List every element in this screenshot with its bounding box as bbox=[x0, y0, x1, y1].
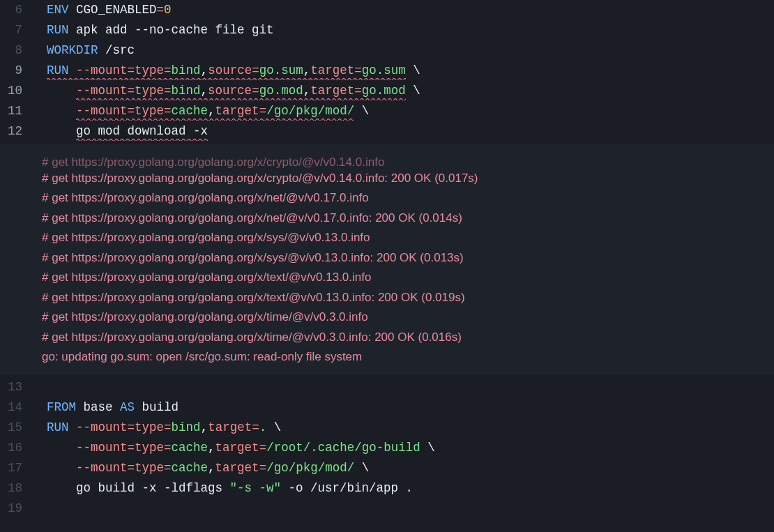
line-number: 7 bbox=[0, 20, 32, 40]
equals-op: = bbox=[157, 3, 165, 17]
output-line: # get https://proxy.golang.org/golang.or… bbox=[0, 208, 774, 229]
opt-key: target bbox=[215, 461, 259, 475]
opt-val: go.mod bbox=[362, 84, 406, 98]
opt-val: cache bbox=[172, 441, 208, 455]
code-line[interactable]: 6 ENV CGO_ENABLED=0 bbox=[0, 0, 774, 20]
opt-val: bind bbox=[172, 84, 201, 98]
code-line[interactable]: 14 FROM base AS build bbox=[0, 397, 774, 418]
line-number: 8 bbox=[0, 40, 32, 61]
opt-val: bind bbox=[172, 420, 201, 434]
keyword-as: AS bbox=[120, 400, 135, 414]
keyword-env: ENV bbox=[47, 3, 69, 17]
line-continuation: \ bbox=[362, 104, 370, 118]
opt-key: source bbox=[208, 63, 252, 77]
line-number: 9 bbox=[0, 61, 32, 81]
opt-key: target bbox=[215, 441, 259, 455]
flag: --mount bbox=[76, 461, 128, 475]
output-line: # get https://proxy.golang.org/golang.or… bbox=[0, 248, 774, 268]
opt-val: bind bbox=[172, 63, 201, 77]
equals-op: = bbox=[252, 63, 259, 77]
opt-key: source bbox=[208, 84, 252, 98]
code-line[interactable]: 12 go mod download -x bbox=[0, 121, 774, 142]
code-line[interactable]: 19 bbox=[0, 499, 774, 519]
literal: 0 bbox=[164, 3, 172, 17]
opt-val: go.sum bbox=[259, 63, 303, 77]
line-continuation: \ bbox=[427, 441, 435, 455]
code-line[interactable]: 13 bbox=[0, 377, 774, 397]
equals-op: = bbox=[164, 461, 172, 475]
code-editor[interactable]: 6 ENV CGO_ENABLED=0 7 RUN apk add --no-c… bbox=[0, 0, 774, 532]
error-underline: go mod download -x bbox=[76, 121, 208, 142]
equals-op: = bbox=[164, 84, 172, 98]
line-number: 16 bbox=[0, 438, 32, 458]
equals-op: = bbox=[164, 420, 172, 434]
line-number: 13 bbox=[0, 377, 32, 397]
shell-cmd: go build -x -ldflags bbox=[76, 481, 230, 495]
output-line: # get https://proxy.golang.org/golang.or… bbox=[0, 228, 774, 248]
keyword-from: FROM bbox=[47, 400, 76, 414]
opt-val: . bbox=[259, 420, 267, 434]
opt-key: target bbox=[310, 63, 354, 77]
opt-val: cache bbox=[172, 104, 208, 118]
output-line: go: updating go.sum: open /src/go.sum: r… bbox=[0, 347, 774, 367]
equals-op: = bbox=[128, 84, 135, 98]
equals-op: = bbox=[259, 461, 267, 475]
equals-op: = bbox=[354, 63, 362, 77]
flag: --mount bbox=[76, 84, 128, 98]
code-line[interactable]: 9 RUN --mount=type=bind,source=go.sum,ta… bbox=[0, 61, 774, 81]
keyword-run: RUN bbox=[47, 420, 69, 434]
line-number: 11 bbox=[0, 101, 32, 121]
output-line: # get https://proxy.golang.org/golang.or… bbox=[0, 288, 774, 308]
code-line[interactable]: 15 RUN --mount=type=bind,target=. \ bbox=[0, 418, 774, 438]
opt-val: go.mod bbox=[259, 84, 303, 98]
equals-op: = bbox=[164, 441, 172, 455]
flag: --mount bbox=[76, 104, 128, 118]
code-line[interactable]: 11 --mount=type=cache,target=/go/pkg/mod… bbox=[0, 101, 774, 121]
shell-cmd: apk add --no-cache file git bbox=[76, 23, 274, 37]
opt-key: target bbox=[215, 104, 259, 118]
opt-val: /root/.cache/go-build bbox=[266, 441, 420, 455]
flag: --mount bbox=[76, 63, 128, 77]
line-number: 6 bbox=[0, 0, 32, 20]
equals-op: = bbox=[354, 84, 362, 98]
keyword-run: RUN bbox=[47, 63, 69, 77]
code-line[interactable]: 17 --mount=type=cache,target=/go/pkg/mod… bbox=[0, 458, 774, 478]
code-line[interactable]: 8 WORKDIR /src bbox=[0, 40, 774, 61]
line-continuation: \ bbox=[362, 461, 370, 475]
opt-val: /go/pkg/mod/ bbox=[266, 104, 354, 118]
line-number: 14 bbox=[0, 397, 32, 418]
line-number: 12 bbox=[0, 121, 32, 142]
output-line: # get https://proxy.golang.org/golang.or… bbox=[0, 328, 774, 348]
opt-val: go.sum bbox=[362, 63, 406, 77]
equals-op: = bbox=[128, 104, 135, 118]
output-line: # get https://proxy.golang.org/golang.or… bbox=[0, 268, 774, 288]
code-line[interactable]: 7 RUN apk add --no-cache file git bbox=[0, 20, 774, 40]
inline-output-panel[interactable]: # get https://proxy.golang.org/golang.or… bbox=[0, 144, 774, 374]
opt-key: type bbox=[135, 441, 164, 455]
opt-key: type bbox=[135, 461, 164, 475]
line-number: 10 bbox=[0, 81, 32, 101]
shell-cmd: -o /usr/bin/app . bbox=[281, 481, 413, 495]
line-number: 19 bbox=[0, 499, 32, 519]
opt-key: target bbox=[310, 84, 354, 98]
code-line[interactable]: 16 --mount=type=cache,target=/root/.cach… bbox=[0, 438, 774, 458]
equals-op: = bbox=[164, 104, 172, 118]
flag: --mount bbox=[76, 441, 128, 455]
output-line: # get https://proxy.golang.org/golang.or… bbox=[0, 307, 774, 328]
equals-op: = bbox=[252, 420, 259, 434]
equals-op: = bbox=[164, 63, 172, 77]
output-line: # get https://proxy.golang.org/golang.or… bbox=[0, 153, 774, 173]
opt-key: target bbox=[208, 420, 252, 434]
error-underline: --mount=type=bind,source=go.mod,target=g… bbox=[76, 81, 406, 101]
output-line: # get https://proxy.golang.org/golang.or… bbox=[0, 188, 774, 208]
code-line[interactable]: 18 go build -x -ldflags "-s -w" -o /usr/… bbox=[0, 478, 774, 499]
equals-op: = bbox=[259, 441, 267, 455]
line-continuation: \ bbox=[413, 84, 420, 98]
code-line[interactable]: 10 --mount=type=bind,source=go.mod,targe… bbox=[0, 81, 774, 101]
stage-name: base bbox=[84, 400, 113, 414]
equals-op: = bbox=[259, 104, 267, 118]
keyword-workdir: WORKDIR bbox=[47, 43, 98, 57]
path: /src bbox=[105, 43, 135, 57]
equals-op: = bbox=[128, 420, 135, 434]
error-underline: --mount=type=cache,target=/go/pkg/mod/ bbox=[76, 101, 354, 121]
